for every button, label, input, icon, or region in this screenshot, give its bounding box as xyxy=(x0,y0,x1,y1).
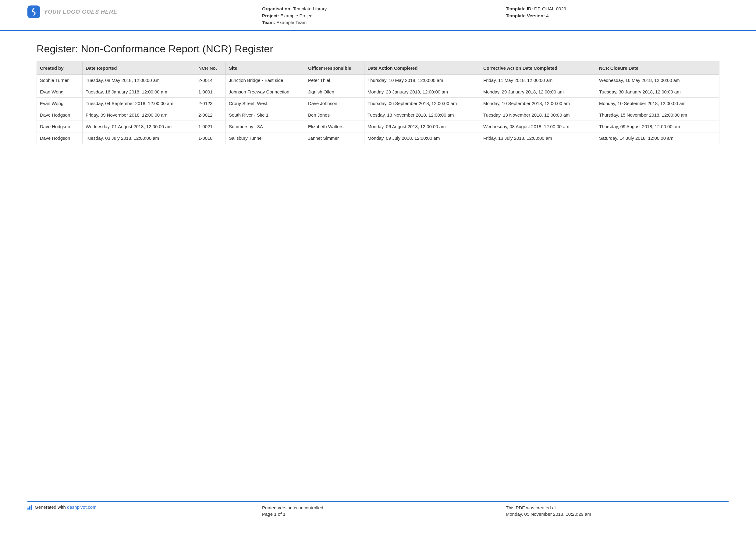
header-meta-center: Organisation: Template Library Project: … xyxy=(262,6,506,26)
cell-closure: Wednesday, 16 May 2018, 12:00:00 am xyxy=(596,74,719,86)
cell-date-reported: Wednesday, 01 August 2018, 12:00:00 am xyxy=(83,120,195,132)
cell-date-reported: Tuesday, 04 September 2018, 12:00:00 am xyxy=(83,97,195,109)
template-version-value: 4 xyxy=(546,13,549,18)
team-label: Team: xyxy=(262,20,275,25)
cell-date-action: Thursday, 10 May 2018, 12:00:00 am xyxy=(364,74,480,86)
footer-right: This PDF was created at Monday, 05 Novem… xyxy=(506,504,729,517)
cell-officer: Peter Thiel xyxy=(305,74,364,86)
col-header-site: Site xyxy=(226,62,305,74)
col-header-created-by: Created by xyxy=(37,62,83,74)
document-content: Register: Non-Conformance Report (NCR) R… xyxy=(0,31,756,144)
table-row: Dave HodgsonTuesday, 03 July 2018, 12:00… xyxy=(37,132,719,144)
cell-site: Johnson Freeway Connection xyxy=(226,86,305,97)
document-footer: Generated with dashpivot.com Printed ver… xyxy=(0,498,756,534)
cell-date-reported: Tuesday, 03 July 2018, 12:00:00 am xyxy=(83,132,195,144)
cell-corrective: Tuesday, 13 November 2018, 12:00:00 am xyxy=(480,109,596,120)
col-header-corrective: Corrective Action Date Completed xyxy=(480,62,596,74)
col-header-date-reported: Date Reported xyxy=(83,62,195,74)
table-row: Dave HodgsonWednesday, 01 August 2018, 1… xyxy=(37,120,719,132)
team-value: Example Team xyxy=(276,20,307,25)
cell-date-action: Tuesday, 13 November 2018, 12:00:00 am xyxy=(364,109,480,120)
ncr-register-table: Created by Date Reported NCR No. Site Of… xyxy=(37,62,719,144)
cell-officer: Elizabeth Walters xyxy=(305,120,364,132)
created-value: Monday, 05 November 2018, 10:20:29 am xyxy=(506,511,729,517)
cell-closure: Thursday, 09 August 2018, 12:00:00 am xyxy=(596,120,719,132)
cell-date-action: Thursday, 06 September 2018, 12:00:00 am xyxy=(364,97,480,109)
project-label: Project: xyxy=(262,13,279,18)
cell-corrective: Friday, 13 July 2018, 12:00:00 am xyxy=(480,132,596,144)
cell-date-action: Monday, 06 August 2018, 12:00:00 am xyxy=(364,120,480,132)
page-title: Register: Non-Conformance Report (NCR) R… xyxy=(37,43,719,55)
cell-date-reported: Tuesday, 08 May 2018, 12:00:00 am xyxy=(83,74,195,86)
cell-ncr-no: 2-0012 xyxy=(195,109,226,120)
logo-placeholder-text: YOUR LOGO GOES HERE xyxy=(44,9,117,15)
project-value: Example Project xyxy=(280,13,313,18)
cell-site: Crony Street, West xyxy=(226,97,305,109)
generated-prefix: Generated with xyxy=(35,504,67,510)
cell-created-by: Sophie Turner xyxy=(37,74,83,86)
col-header-officer: Officer Responsible xyxy=(305,62,364,74)
cell-corrective: Monday, 10 September 2018, 12:00:00 am xyxy=(480,97,596,109)
cell-closure: Tuesday, 30 January 2018, 12:00:00 am xyxy=(596,86,719,97)
cell-date-action: Monday, 09 July 2018, 12:00:00 am xyxy=(364,132,480,144)
table-row: Evan WongTuesday, 04 September 2018, 12:… xyxy=(37,97,719,109)
col-header-ncr-no: NCR No. xyxy=(195,62,226,74)
org-value: Template Library xyxy=(293,6,327,11)
cell-closure: Saturday, 14 July 2018, 12:00:00 am xyxy=(596,132,719,144)
col-header-closure: NCR Closure Date xyxy=(596,62,719,74)
table-row: Sophie TurnerTuesday, 08 May 2018, 12:00… xyxy=(37,74,719,86)
created-label: This PDF was created at xyxy=(506,504,729,511)
cell-officer: Jannet Simmer xyxy=(305,132,364,144)
cell-corrective: Wednesday, 08 August 2018, 12:00:00 am xyxy=(480,120,596,132)
table-row: Evan WongTuesday, 16 January 2018, 12:00… xyxy=(37,86,719,97)
template-id-value: DP-QUAL-0029 xyxy=(534,6,566,11)
table-row: Dave HodgsonFriday, 09 November 2018, 12… xyxy=(37,109,719,120)
cell-created-by: Dave Hodgson xyxy=(37,120,83,132)
cell-site: Junction Bridge - East side xyxy=(226,74,305,86)
cell-corrective: Friday, 11 May 2018, 12:00:00 am xyxy=(480,74,596,86)
cell-date-reported: Tuesday, 16 January 2018, 12:00:00 am xyxy=(83,86,195,97)
cell-corrective: Monday, 29 January 2018, 12:00:00 am xyxy=(480,86,596,97)
page-number: Page 1 of 1 xyxy=(262,511,506,517)
dashpivot-link[interactable]: dashpivot.com xyxy=(67,504,96,510)
org-label: Organisation: xyxy=(262,6,292,11)
template-id-label: Template ID: xyxy=(506,6,533,11)
cell-created-by: Dave Hodgson xyxy=(37,109,83,120)
logo-block: YOUR LOGO GOES HERE xyxy=(27,6,262,18)
cell-closure: Thursday, 15 November 2018, 12:00:00 am xyxy=(596,109,719,120)
cell-site: Summersby - 3A xyxy=(226,120,305,132)
cell-date-action: Monday, 29 January 2018, 12:00:00 am xyxy=(364,86,480,97)
header-meta-right: Template ID: DP-QUAL-0029 Template Versi… xyxy=(506,6,729,19)
table-header-row: Created by Date Reported NCR No. Site Of… xyxy=(37,62,719,74)
col-header-date-action: Date Action Completed xyxy=(364,62,480,74)
template-version-label: Template Version: xyxy=(506,13,545,18)
cell-site: Salisbury Tunnel xyxy=(226,132,305,144)
footer-left: Generated with dashpivot.com xyxy=(27,504,262,510)
bar-chart-icon xyxy=(27,505,32,510)
uncontrolled-text: Printed version is uncontrolled xyxy=(262,504,506,511)
footer-center: Printed version is uncontrolled Page 1 o… xyxy=(262,504,506,517)
cell-ncr-no: 2-0014 xyxy=(195,74,226,86)
cell-date-reported: Friday, 09 November 2018, 12:00:00 am xyxy=(83,109,195,120)
cell-site: South River - Site 1 xyxy=(226,109,305,120)
cell-officer: Ben Jones xyxy=(305,109,364,120)
document-header: YOUR LOGO GOES HERE Organisation: Templa… xyxy=(0,0,756,31)
cell-created-by: Dave Hodgson xyxy=(37,132,83,144)
cell-ncr-no: 1-0001 xyxy=(195,86,226,97)
cell-officer: Dave Johnson xyxy=(305,97,364,109)
logo-icon xyxy=(27,6,40,18)
cell-created-by: Evan Wong xyxy=(37,97,83,109)
cell-ncr-no: 1-0018 xyxy=(195,132,226,144)
cell-officer: Jignish Ollen xyxy=(305,86,364,97)
cell-ncr-no: 1-0021 xyxy=(195,120,226,132)
cell-created-by: Evan Wong xyxy=(37,86,83,97)
cell-ncr-no: 2-0123 xyxy=(195,97,226,109)
cell-closure: Monday, 10 September 2018, 12:00:00 am xyxy=(596,97,719,109)
